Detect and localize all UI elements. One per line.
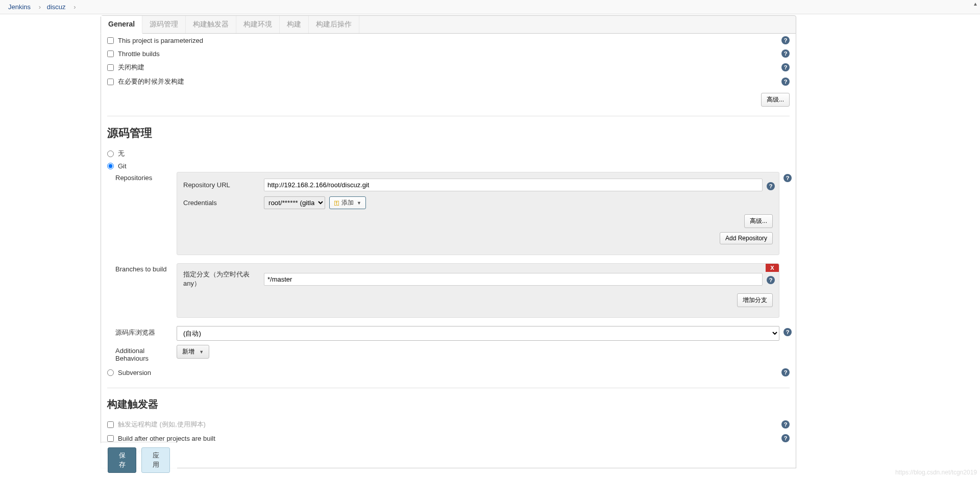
tab-scm[interactable]: 源码管理 [142,16,186,33]
help-icon[interactable]: ? [781,63,790,71]
triggers-section-title: 构建触发器 [107,397,790,411]
disable-build-checkbox[interactable] [107,64,114,71]
branches-block: X 指定分支（为空时代表any） ? 增加分支 [177,263,779,318]
chevron-down-icon: ▼ [199,349,204,355]
scm-git-label: Git [118,162,790,170]
help-icon[interactable]: ? [781,420,790,429]
tab-general[interactable]: General [101,16,142,34]
save-button[interactable]: 保存 [108,447,136,468]
help-icon[interactable]: ? [781,78,790,86]
chevron-down-icon: ▼ [357,200,361,206]
add-credential-button[interactable]: ⚿ 添加 ▼ [329,196,366,209]
credentials-select[interactable]: root/****** (gitlab) [264,196,325,209]
add-credential-label: 添加 [341,198,354,207]
help-icon[interactable]: ? [781,49,790,58]
branches-label: Branches to build [115,263,177,273]
help-icon[interactable]: ? [767,276,775,284]
tab-triggers[interactable]: 构建触发器 [186,16,236,33]
tab-post[interactable]: 构建后操作 [309,16,359,33]
tab-build[interactable]: 构建 [280,16,309,33]
delete-branch-button[interactable]: X [766,264,779,272]
parameterized-label: This project is parameterized [118,37,781,44]
help-icon[interactable]: ? [783,328,792,336]
trigger-after-label: Build after other projects are built [118,435,781,442]
help-icon[interactable]: ? [781,36,790,44]
bottom-action-bar: 保存 应用 [101,442,177,468]
help-icon[interactable]: ? [781,368,790,376]
help-icon[interactable]: ? [781,434,790,442]
credentials-label: Credentials [183,199,264,207]
scm-section-title: 源码管理 [107,125,790,141]
branch-spec-label: 指定分支（为空时代表any） [183,270,264,288]
help-icon[interactable]: ? [783,174,792,182]
trigger-remote-label: 触发远程构建 (例如,使用脚本) [118,420,781,429]
scm-git-radio[interactable] [107,163,114,169]
divider [107,116,790,116]
scm-none-label: 无 [118,149,790,158]
breadcrumb: Jenkins › discuz › ▲ [0,0,980,14]
trigger-after-checkbox[interactable] [107,435,114,442]
chevron-right-icon: › [39,3,41,11]
throttle-checkbox[interactable] [107,51,114,57]
scm-subversion-radio[interactable] [107,369,114,376]
add-repository-button[interactable]: Add Repository [720,232,773,244]
scm-none-radio[interactable] [107,150,114,157]
throttle-label: Throttle builds [118,50,781,58]
repo-browser-label: 源码库浏览器 [115,326,177,337]
add-branch-button[interactable]: 增加分支 [737,293,773,307]
concurrent-checkbox[interactable] [107,79,114,85]
repositories-label: Repositories [115,172,177,182]
divider [107,388,790,388]
trigger-remote-checkbox[interactable] [107,421,114,428]
trigger-periodic-label: Build periodically [118,447,790,455]
repository-block: Repository URL ? Credentials root/******… [177,172,779,255]
concurrent-label: 在必要的时候并发构建 [118,77,781,86]
behaviours-label: Additional Behaviours [115,345,177,362]
key-icon: ⚿ [334,200,339,206]
breadcrumb-job[interactable]: discuz [47,3,66,11]
scroll-up-icon[interactable]: ▲ [973,1,978,7]
config-tabs: General 源码管理 构建触发器 构建环境 构建 构建后操作 [101,15,796,34]
repo-url-input[interactable] [264,179,763,191]
tab-env[interactable]: 构建环境 [236,16,280,33]
scm-subversion-label: Subversion [118,369,781,376]
help-icon[interactable]: ? [767,182,775,190]
branch-spec-input[interactable] [264,273,763,286]
repo-browser-select[interactable]: (自动) [177,326,779,341]
breadcrumb-root[interactable]: Jenkins [8,3,31,11]
parameterized-checkbox[interactable] [107,37,114,44]
repo-advanced-button[interactable]: 高级... [744,214,773,228]
add-behaviour-button[interactable]: 新增 ▼ [177,345,209,359]
chevron-right-icon: › [74,3,76,11]
apply-button[interactable]: 应用 [141,447,170,468]
general-advanced-button[interactable]: 高级... [761,93,790,107]
disable-build-label: 关闭构建 [118,63,781,72]
repo-url-label: Repository URL [183,181,264,189]
